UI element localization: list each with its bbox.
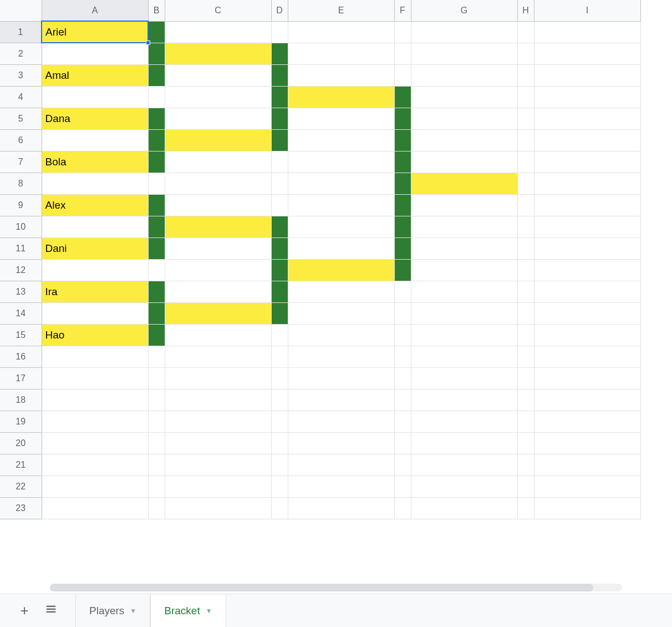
cell-I10[interactable]: [534, 216, 640, 237]
cell-I21[interactable]: [534, 454, 640, 476]
cell-E8[interactable]: [288, 173, 394, 194]
cell-G9[interactable]: [411, 194, 517, 216]
chevron-down-icon[interactable]: ▼: [206, 607, 212, 615]
cell-H8[interactable]: [517, 173, 534, 194]
cell-B5[interactable]: [148, 108, 165, 129]
cell-C12[interactable]: [165, 259, 271, 281]
cell-B12[interactable]: [148, 259, 165, 281]
cell-E14[interactable]: [288, 302, 394, 324]
cell-I13[interactable]: [534, 281, 640, 302]
cell-B22[interactable]: [148, 476, 165, 497]
cell-D2[interactable]: [271, 43, 288, 64]
cell-A10[interactable]: [42, 216, 148, 237]
cell-H2[interactable]: [517, 43, 534, 64]
row-header-9[interactable]: 9: [0, 194, 42, 216]
cell-E2[interactable]: [288, 43, 394, 64]
cell-H14[interactable]: [517, 302, 534, 324]
cell-C18[interactable]: [165, 389, 271, 411]
row-header-21[interactable]: 21: [0, 454, 42, 476]
cell-A3[interactable]: Amal: [42, 64, 148, 86]
cell-A5[interactable]: Dana: [42, 108, 148, 129]
cell-B14[interactable]: [148, 302, 165, 324]
col-header-I[interactable]: I: [534, 0, 640, 21]
cell-A8[interactable]: [42, 173, 148, 194]
cell-E23[interactable]: [288, 497, 394, 519]
cell-E10[interactable]: [288, 216, 394, 237]
cell-A6[interactable]: [42, 129, 148, 151]
cell-H1[interactable]: [517, 21, 534, 43]
cell-A2[interactable]: [42, 43, 148, 64]
spreadsheet-grid[interactable]: ABCDEFGHI 1Ariel23Amal45Dana67Bola89Alex…: [0, 0, 672, 582]
cell-E18[interactable]: [288, 389, 394, 411]
cell-E3[interactable]: [288, 64, 394, 86]
cell-H16[interactable]: [517, 346, 534, 367]
row-header-13[interactable]: 13: [0, 281, 42, 302]
cell-D23[interactable]: [271, 497, 288, 519]
cell-C7[interactable]: [165, 151, 271, 173]
cell-H13[interactable]: [517, 281, 534, 302]
cell-D20[interactable]: [271, 432, 288, 454]
add-sheet-button[interactable]: +: [11, 598, 38, 624]
cell-D10[interactable]: [271, 216, 288, 237]
col-header-A[interactable]: A: [42, 0, 148, 21]
row-header-19[interactable]: 19: [0, 411, 42, 432]
cell-I7[interactable]: [534, 151, 640, 173]
cell-C9[interactable]: [165, 194, 271, 216]
row-header-18[interactable]: 18: [0, 389, 42, 411]
cell-H20[interactable]: [517, 432, 534, 454]
cell-I12[interactable]: [534, 259, 640, 281]
cell-D4[interactable]: [271, 86, 288, 108]
cell-B18[interactable]: [148, 389, 165, 411]
cell-G7[interactable]: [411, 151, 517, 173]
cell-I9[interactable]: [534, 194, 640, 216]
col-header-E[interactable]: E: [288, 0, 394, 21]
cell-C11[interactable]: [165, 237, 271, 259]
cell-F9[interactable]: [394, 194, 411, 216]
row-header-5[interactable]: 5: [0, 108, 42, 129]
cell-G15[interactable]: [411, 324, 517, 346]
cell-A17[interactable]: [42, 367, 148, 389]
cell-C23[interactable]: [165, 497, 271, 519]
cell-A19[interactable]: [42, 411, 148, 432]
cell-E13[interactable]: [288, 281, 394, 302]
cell-E5[interactable]: [288, 108, 394, 129]
cell-A22[interactable]: [42, 476, 148, 497]
cell-F14[interactable]: [394, 302, 411, 324]
cell-G11[interactable]: [411, 237, 517, 259]
cell-F3[interactable]: [394, 64, 411, 86]
cell-A16[interactable]: [42, 346, 148, 367]
row-header-2[interactable]: 2: [0, 43, 42, 64]
cell-G13[interactable]: [411, 281, 517, 302]
cell-E21[interactable]: [288, 454, 394, 476]
cell-F11[interactable]: [394, 237, 411, 259]
cell-B11[interactable]: [148, 237, 165, 259]
cell-H19[interactable]: [517, 411, 534, 432]
cell-I8[interactable]: [534, 173, 640, 194]
col-header-H[interactable]: H: [517, 0, 534, 21]
cell-H15[interactable]: [517, 324, 534, 346]
cell-D22[interactable]: [271, 476, 288, 497]
col-header-F[interactable]: F: [394, 0, 411, 21]
cell-G23[interactable]: [411, 497, 517, 519]
cell-C14[interactable]: [165, 302, 271, 324]
cell-I15[interactable]: [534, 324, 640, 346]
cell-H12[interactable]: [517, 259, 534, 281]
cell-C15[interactable]: [165, 324, 271, 346]
cell-F7[interactable]: [394, 151, 411, 173]
cell-B15[interactable]: [148, 324, 165, 346]
cell-G16[interactable]: [411, 346, 517, 367]
cell-G21[interactable]: [411, 454, 517, 476]
cell-I22[interactable]: [534, 476, 640, 497]
sheet-tab-players[interactable]: Players▼: [75, 594, 150, 627]
cell-E17[interactable]: [288, 367, 394, 389]
cell-D16[interactable]: [271, 346, 288, 367]
cell-F17[interactable]: [394, 367, 411, 389]
cell-B1[interactable]: [148, 21, 165, 43]
cell-F4[interactable]: [394, 86, 411, 108]
cell-B16[interactable]: [148, 346, 165, 367]
cell-H6[interactable]: [517, 129, 534, 151]
cell-I4[interactable]: [534, 86, 640, 108]
cell-B3[interactable]: [148, 64, 165, 86]
cell-B6[interactable]: [148, 129, 165, 151]
cell-D12[interactable]: [271, 259, 288, 281]
